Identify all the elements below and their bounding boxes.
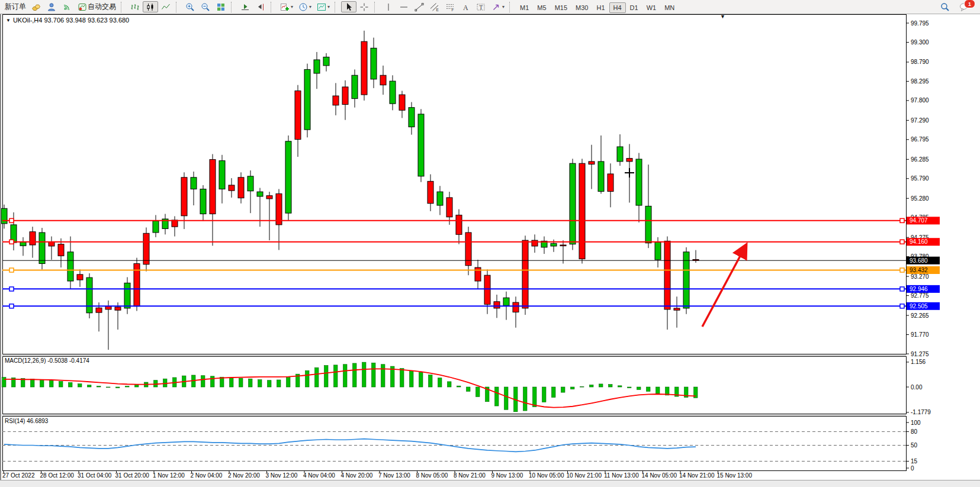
candle [39,233,45,263]
candle [314,60,320,73]
timeframe-button-M5[interactable]: M5 [533,2,550,13]
macd-bar [448,382,452,387]
timeframe-button-M15[interactable]: M15 [551,2,571,13]
timeframe-button-D1[interactable]: D1 [626,2,642,13]
macd-bar [343,365,348,387]
vertical-line-icon[interactable] [381,1,396,12]
svg-text:-1.1779: -1.1779 [911,409,931,415]
candle [570,163,576,244]
toolbar: 新订单 自动交易 [0,0,980,14]
macd-bar [40,380,44,387]
chart-title-triangle-icon[interactable]: ▼ [6,18,11,23]
candle [124,283,130,308]
svg-text:4 Nov 04:00: 4 Nov 04:00 [303,472,335,479]
text-icon[interactable]: A [458,1,473,12]
templates-button[interactable]: ▾ [314,0,332,14]
svg-text:93.432: 93.432 [910,267,928,273]
horizontal-line-icon[interactable] [396,1,412,12]
arrow-objects-icon [491,2,502,12]
candle [636,159,642,205]
macd-bar [126,386,130,387]
macd-bar [656,387,660,394]
svg-text:14 Nov 21:00: 14 Nov 21:00 [679,472,715,479]
candle [418,114,424,176]
macd-bar [410,370,414,387]
svg-text:92.505: 92.505 [910,303,928,309]
chevron-down-icon: ▾ [291,4,293,9]
candle [560,245,566,246]
candle [191,178,197,189]
macd-bar [324,366,329,387]
svg-text:98.295: 98.295 [911,78,929,85]
fibonacci-icon[interactable]: F [442,1,458,12]
macd-bar [249,379,253,387]
chat-icon[interactable]: 1 [956,1,972,12]
macd-bar [211,376,215,387]
candle [456,215,462,234]
timeframe-button-M30[interactable]: M30 [571,2,592,13]
chevron-down-icon: ▾ [327,4,330,9]
trendline-icon[interactable] [412,1,427,12]
candle [484,275,490,304]
svg-text:27 Oct 2022: 27 Oct 2022 [2,472,35,479]
candle [115,307,121,310]
toolbar-grip [374,2,379,12]
macd-bar [97,386,101,387]
arrows-button[interactable]: ▾ [489,0,507,14]
macd-bar [239,378,243,387]
candle [361,41,367,95]
line-chart-icon[interactable] [158,1,173,12]
macd-bar [552,387,556,397]
macd-bar [334,365,338,387]
candle [598,162,604,192]
candle [323,57,329,65]
signal-icon[interactable] [59,1,75,12]
macd-bar [457,386,461,387]
collapse-arrow-icon[interactable]: ▼ [720,14,725,20]
timeframe-button-MN[interactable]: MN [660,2,679,13]
indicators-button[interactable]: ▾ [277,0,295,14]
zoom-in-icon[interactable] [182,1,198,12]
timeframe-button-M1[interactable]: M1 [516,2,533,13]
text-label-icon[interactable]: T [473,1,489,12]
svg-text:31 Oct 20:00: 31 Oct 20:00 [115,472,150,479]
auto-scroll-icon[interactable] [237,1,253,12]
accounts-icon[interactable] [44,1,59,12]
macd-bar [467,387,471,391]
macd-bar [69,382,73,387]
candlestick-chart-icon[interactable] [143,1,158,12]
equidistant-channel-icon[interactable]: E [427,1,442,12]
tile-windows-icon[interactable] [213,1,229,12]
chart-canvas[interactable]: 99.79599.30098.79098.29597.80097.29096.7… [0,0,980,487]
search-icon[interactable] [937,1,953,12]
cursor-icon[interactable] [341,1,356,12]
deposit-gold-icon[interactable] [28,1,44,12]
macd-bar [277,380,281,387]
chart-shift-icon[interactable] [253,1,268,12]
zoom-out-icon[interactable] [198,1,213,12]
auto-trading-button[interactable]: 自动交易 [75,0,118,14]
candle [617,147,623,162]
candle [446,198,452,217]
svg-text:2 Nov 20:00: 2 Nov 20:00 [228,472,260,479]
candle [210,160,216,214]
window-left-edge [0,14,1,480]
periods-button[interactable]: ▾ [295,0,314,14]
svg-text:1 Nov 12:00: 1 Nov 12:00 [153,472,185,479]
timeframe-button-H4[interactable]: H4 [609,2,626,13]
crosshair-icon[interactable] [356,1,372,12]
svg-text:93.680: 93.680 [910,257,928,264]
macd-bar [50,380,54,387]
svg-text:10 Nov 21:00: 10 Nov 21:00 [567,472,602,479]
candle [49,242,54,246]
bar-chart-icon[interactable] [127,1,143,12]
candle [428,181,433,203]
timeframe-button-W1[interactable]: W1 [642,2,661,13]
candle [229,185,234,191]
svg-text:91.770: 91.770 [911,331,929,338]
new-order-button[interactable]: 新订单 [2,0,28,14]
macd-bar [647,387,651,391]
timeframe-button-H1[interactable]: H1 [592,2,609,13]
toolbar-grip [231,2,236,12]
macd-bar [419,372,423,387]
